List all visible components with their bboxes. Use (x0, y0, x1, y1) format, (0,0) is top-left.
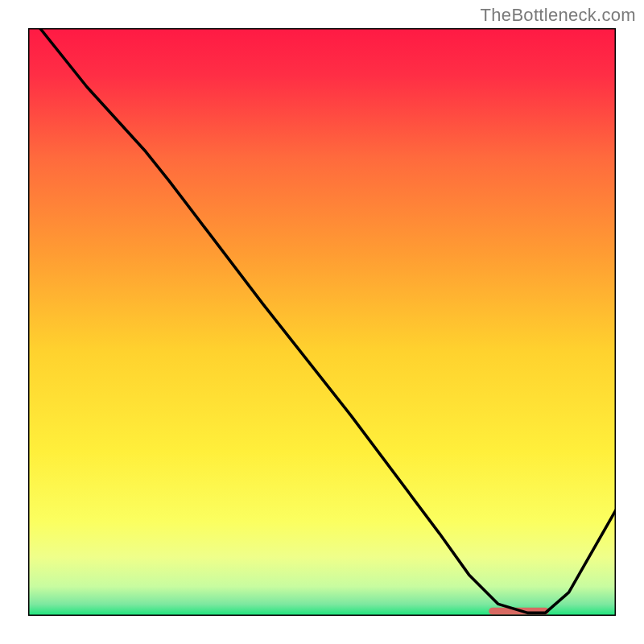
chart-container: TheBottleneck.com (0, 0, 644, 644)
chart-svg (28, 28, 616, 616)
plot-area (28, 28, 616, 616)
gradient-background (28, 28, 616, 616)
attribution-text: TheBottleneck.com (481, 5, 636, 26)
